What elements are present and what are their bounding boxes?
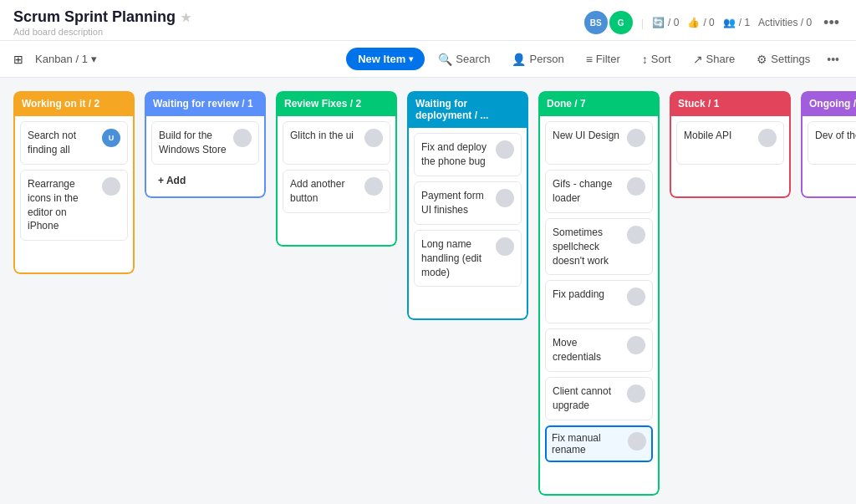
- table-row[interactable]: Payment form UI finishes: [414, 181, 522, 225]
- card-text: Gifs - change loader: [553, 177, 622, 206]
- automations-icon: 🔄: [652, 17, 665, 28]
- board: Working on it / 2Search not finding allU…: [0, 78, 856, 504]
- table-row[interactable]: Add another button: [283, 170, 390, 213]
- add-button-waiting-review[interactable]: + Add: [151, 170, 259, 191]
- table-row[interactable]: Mobile API: [676, 121, 784, 165]
- new-item-button[interactable]: New Item ▾: [346, 48, 425, 70]
- filter-label: Filter: [596, 53, 620, 65]
- card-text: Rearrange icons in the editor on iPhone: [28, 177, 97, 233]
- new-item-label: New Item: [358, 53, 405, 65]
- table-row[interactable]: Move credentials: [545, 328, 653, 372]
- add-button-waiting-deploy[interactable]: + Add: [414, 292, 522, 313]
- add-button-ongoing[interactable]: + Add: [808, 170, 856, 191]
- add-button-working[interactable]: + Add: [20, 246, 128, 267]
- card-text: Fix manual rename: [552, 432, 623, 456]
- share-label: Share: [706, 53, 736, 65]
- new-item-caret-icon: ▾: [409, 54, 413, 64]
- activities-label: Activities / 0: [758, 17, 812, 28]
- search-button[interactable]: 🔍 Search: [430, 48, 498, 70]
- avatar-bs[interactable]: BS: [584, 11, 608, 34]
- board-description[interactable]: Add board description: [13, 27, 191, 37]
- table-row[interactable]: Gifs - change loader: [545, 170, 653, 213]
- column-working: Working on it / 2Search not finding allU…: [13, 91, 135, 274]
- column-stuck: Stuck / 1Mobile API+ Add: [670, 91, 791, 198]
- search-icon: 🔍: [438, 53, 452, 66]
- add-button-done[interactable]: + Add: [545, 467, 653, 489]
- column-review-fixes: Review Fixes / 2Glitch in the uiAdd anot…: [276, 91, 397, 247]
- settings-icon: ⚙: [757, 53, 767, 66]
- person-button[interactable]: 👤 Person: [503, 48, 572, 70]
- card-text: Fix padding: [553, 288, 622, 302]
- table-row[interactable]: Fix padding: [545, 280, 653, 323]
- avatar: [496, 189, 514, 207]
- table-row[interactable]: Build for the Windows Store: [151, 121, 259, 165]
- table-row[interactable]: Glitch in the ui: [283, 121, 390, 165]
- column-header-waiting-deploy: Waiting for deployment / ...: [407, 91, 528, 128]
- chevron-down-icon: ▾: [91, 53, 97, 65]
- share-icon: ↗: [693, 53, 703, 66]
- avatar: [627, 384, 645, 403]
- column-body-review-fixes: Glitch in the uiAdd another button+ Add: [276, 116, 397, 247]
- table-row[interactable]: Client cannot upgrade: [545, 377, 653, 420]
- share-button[interactable]: ↗ Share: [685, 48, 744, 70]
- search-label: Search: [456, 53, 490, 65]
- table-row[interactable]: Search not finding allU: [20, 121, 128, 165]
- avatar: [758, 129, 777, 147]
- person-icon: 👤: [512, 53, 526, 66]
- members-stat[interactable]: 👥 / 1: [723, 17, 750, 28]
- column-header-review-fixes: Review Fixes / 2: [276, 91, 397, 116]
- header-more-button[interactable]: •••: [820, 14, 843, 32]
- add-button-review-fixes[interactable]: + Add: [283, 218, 390, 240]
- table-row[interactable]: Dev of the Day: [808, 121, 856, 165]
- avatar: [627, 226, 645, 244]
- top-header: Scrum Sprint Planning ★ Add board descri…: [0, 0, 856, 41]
- avatar-group: BS G: [584, 11, 633, 34]
- card-text: Dev of the Day: [815, 129, 856, 143]
- members-icon: 👥: [723, 17, 736, 28]
- column-ongoing: Ongoing / 1Dev of the Day+ Add: [801, 91, 856, 198]
- table-row[interactable]: Fix manual rename: [545, 425, 653, 462]
- table-row[interactable]: New UI Design: [545, 121, 653, 165]
- column-header-working: Working on it / 2: [13, 91, 135, 116]
- sort-button[interactable]: ↕ Sort: [634, 48, 680, 70]
- filter-button[interactable]: ≡ Filter: [578, 48, 629, 70]
- avatar: [627, 336, 645, 354]
- column-body-waiting-deploy: Fix and deploy the phone bugPayment form…: [407, 128, 528, 320]
- column-header-stuck: Stuck / 1: [670, 91, 791, 116]
- settings-button[interactable]: ⚙ Settings: [748, 48, 818, 70]
- avatar-green[interactable]: G: [609, 11, 633, 34]
- likes-stat[interactable]: 👍 / 0: [687, 17, 714, 28]
- column-body-ongoing: Dev of the Day+ Add: [801, 116, 856, 198]
- kanban-view-button[interactable]: Kanban / 1 ▾: [27, 48, 105, 69]
- card-text: New UI Design: [553, 129, 622, 143]
- avatar: [496, 140, 514, 159]
- header-left: Scrum Sprint Planning ★ Add board descri…: [13, 8, 191, 37]
- board-title-text: Scrum Sprint Planning: [13, 8, 176, 26]
- column-waiting-deploy: Waiting for deployment / ...Fix and depl…: [407, 91, 528, 320]
- table-row[interactable]: Sometimes spellcheck doesn't work: [545, 218, 653, 275]
- avatar: [496, 237, 514, 256]
- avatar: [628, 432, 646, 451]
- card-text: Long name handling (edit mode): [421, 237, 491, 279]
- column-header-waiting-review: Waiting for review / 1: [145, 91, 266, 116]
- avatar: [233, 129, 252, 147]
- column-body-done: New UI DesignGifs - change loaderSometim…: [538, 116, 660, 496]
- members-value: / 1: [739, 17, 750, 28]
- activities-stat[interactable]: Activities / 0: [758, 17, 812, 28]
- table-row[interactable]: Rearrange icons in the editor on iPhone: [20, 170, 128, 241]
- column-body-waiting-review: Build for the Windows Store+ Add: [145, 116, 266, 198]
- column-waiting-review: Waiting for review / 1Build for the Wind…: [145, 91, 266, 198]
- toolbar-more-button[interactable]: •••: [823, 53, 843, 66]
- avatar: [364, 129, 383, 147]
- column-done: Done / 7New UI DesignGifs - change loade…: [538, 91, 660, 496]
- board-title-row: Scrum Sprint Planning ★: [13, 8, 191, 26]
- avatar: [627, 177, 645, 196]
- person-label: Person: [529, 53, 563, 65]
- star-icon[interactable]: ★: [181, 11, 191, 24]
- table-row[interactable]: Long name handling (edit mode): [414, 230, 522, 287]
- automations-stat[interactable]: 🔄 / 0: [652, 17, 679, 28]
- table-row[interactable]: Fix and deploy the phone bug: [414, 133, 522, 176]
- card-text: Move credentials: [553, 336, 622, 364]
- card-text: Search not finding all: [28, 129, 97, 157]
- add-button-stuck[interactable]: + Add: [676, 170, 784, 191]
